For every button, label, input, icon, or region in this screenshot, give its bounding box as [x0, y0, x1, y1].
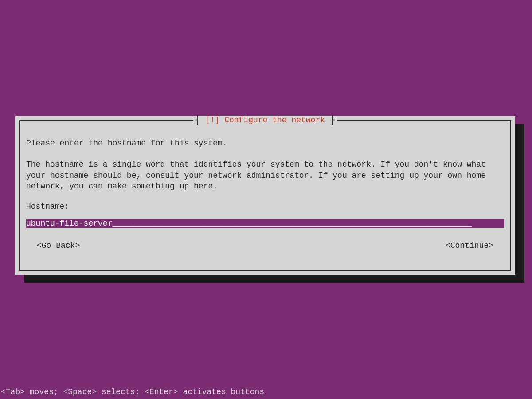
description-text: The hostname is a single word that ident… — [26, 159, 504, 192]
title-bracket-left: ┤ — [193, 116, 202, 125]
button-row: <Go Back> <Continue> — [26, 241, 504, 250]
dialog-title-wrap: ┤ [!] Configure the network ├ — [20, 116, 510, 125]
intro-text: Please enter the hostname for this syste… — [26, 138, 504, 149]
hostname-fill[interactable]: ________________________________________… — [112, 219, 504, 228]
continue-button[interactable]: <Continue> — [446, 241, 493, 250]
title-bracket-right: ├ — [329, 116, 337, 125]
hostname-label: Hostname: — [26, 202, 504, 211]
hostname-value[interactable]: ubuntu-file-server — [26, 219, 112, 228]
dialog-content: Please enter the hostname for this syste… — [20, 121, 510, 256]
dialog-frame: ┤ [!] Configure the network ├ Please ent… — [19, 120, 511, 271]
go-back-button[interactable]: <Go Back> — [37, 241, 80, 250]
dialog: ┤ [!] Configure the network ├ Please ent… — [15, 116, 515, 275]
status-bar: <Tab> moves; <Space> selects; <Enter> ac… — [1, 387, 264, 396]
hostname-input[interactable]: ubuntu-file-server _____________________… — [26, 219, 504, 228]
dialog-title: [!] Configure the network — [202, 116, 329, 125]
